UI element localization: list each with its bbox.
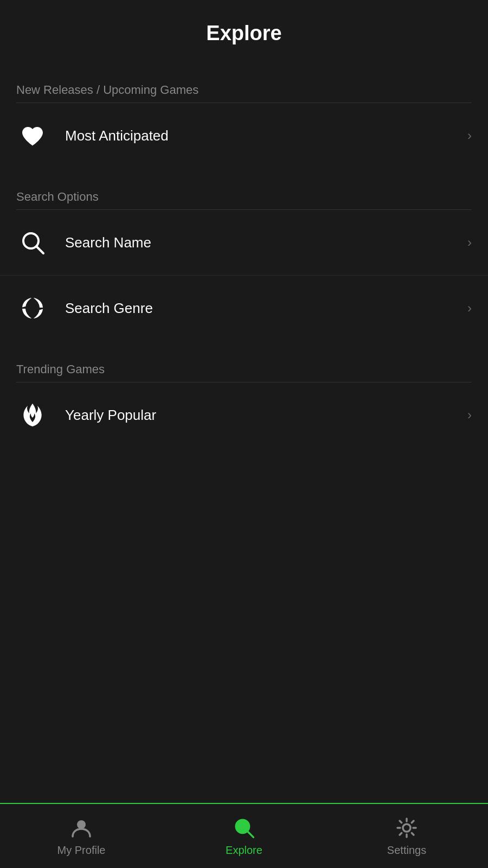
explore-icon bbox=[232, 816, 256, 840]
svg-point-9 bbox=[403, 824, 410, 832]
page-header: Explore bbox=[0, 0, 488, 61]
yearly-popular-label: Yearly Popular bbox=[65, 407, 467, 424]
main-content: New Releases / Upcoming Games Most Antic… bbox=[0, 61, 488, 803]
most-anticipated-item[interactable]: Most Anticipated › bbox=[0, 103, 488, 168]
trending-games-header: Trending Games bbox=[0, 352, 488, 382]
most-anticipated-chevron: › bbox=[467, 128, 472, 143]
svg-line-8 bbox=[247, 831, 253, 837]
search-genre-chevron: › bbox=[467, 301, 472, 316]
nav-settings[interactable]: Settings bbox=[325, 816, 488, 857]
bottom-nav: My Profile Explore Settings bbox=[0, 803, 488, 868]
genre-icon bbox=[16, 292, 49, 324]
nav-my-profile[interactable]: My Profile bbox=[0, 816, 163, 857]
nav-explore[interactable]: Explore bbox=[163, 816, 325, 857]
nav-my-profile-label: My Profile bbox=[57, 844, 106, 857]
svg-line-1 bbox=[36, 246, 43, 253]
search-options-header: Search Options bbox=[0, 179, 488, 209]
page-title: Explore bbox=[11, 22, 477, 45]
new-releases-section: New Releases / Upcoming Games Most Antic… bbox=[0, 72, 488, 168]
search-genre-label: Search Genre bbox=[65, 300, 467, 317]
trending-games-section: Trending Games Yearly Popular › bbox=[0, 352, 488, 448]
search-genre-item[interactable]: Search Genre › bbox=[0, 276, 488, 341]
search-name-chevron: › bbox=[467, 235, 472, 250]
nav-explore-label: Explore bbox=[226, 844, 262, 857]
yearly-popular-chevron: › bbox=[467, 407, 472, 423]
search-name-item[interactable]: Search Name › bbox=[0, 210, 488, 276]
most-anticipated-label: Most Anticipated bbox=[65, 127, 467, 144]
search-icon bbox=[16, 226, 49, 259]
search-name-label: Search Name bbox=[65, 234, 467, 251]
person-icon bbox=[69, 816, 93, 840]
new-releases-header: New Releases / Upcoming Games bbox=[0, 72, 488, 103]
heart-icon bbox=[16, 119, 49, 152]
search-options-section: Search Options Search Name › bbox=[0, 179, 488, 341]
flame-icon bbox=[16, 399, 49, 431]
svg-point-6 bbox=[77, 820, 86, 829]
yearly-popular-item[interactable]: Yearly Popular › bbox=[0, 382, 488, 448]
gear-icon bbox=[395, 816, 419, 840]
nav-settings-label: Settings bbox=[387, 844, 426, 857]
